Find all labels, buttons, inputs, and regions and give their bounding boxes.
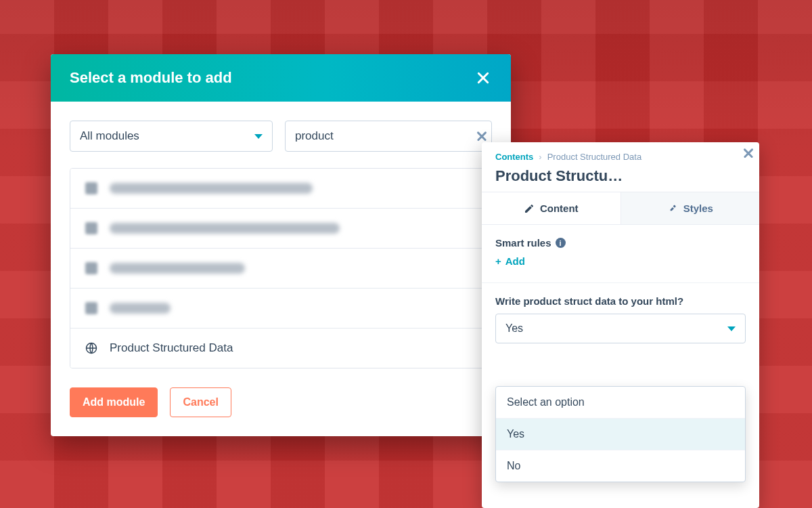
module-search[interactable] <box>285 121 492 152</box>
tab-content[interactable]: Content <box>482 192 621 225</box>
module-settings-panel: Contents › Product Structured Data Produ… <box>482 142 759 508</box>
button-label: Cancel <box>183 396 218 408</box>
blurred-label <box>110 223 340 234</box>
module-filter-select[interactable]: All modules <box>70 121 273 152</box>
select-module-modal: Select a module to add All modules <box>51 54 511 436</box>
dropdown-option-no[interactable]: No <box>496 450 745 482</box>
button-label: Add module <box>83 396 145 408</box>
chevron-down-icon <box>727 326 736 331</box>
module-icon <box>84 301 99 316</box>
blurred-label <box>110 183 313 194</box>
list-item[interactable] <box>70 289 491 329</box>
dropdown-option-yes[interactable]: Yes <box>496 418 745 450</box>
add-smart-rule-button[interactable]: + Add <box>495 255 525 267</box>
modal-footer: Add module Cancel <box>51 387 511 436</box>
search-input[interactable] <box>295 129 482 143</box>
modal-body: All modules <box>51 102 511 387</box>
module-icon <box>84 181 99 196</box>
list-item-product-structured-data[interactable]: Product Structured Data <box>70 329 491 368</box>
list-item[interactable] <box>70 249 491 289</box>
chevron-down-icon <box>254 134 263 139</box>
add-module-button[interactable]: Add module <box>70 387 158 417</box>
tab-styles[interactable]: Styles <box>621 192 760 225</box>
dropdown-value: Yes <box>505 322 523 335</box>
breadcrumb: Contents › Product Structured Data <box>495 152 746 162</box>
modal-header: Select a module to add <box>51 54 511 102</box>
brush-icon <box>667 203 678 214</box>
panel-header: Contents › Product Structured Data Produ… <box>482 142 759 192</box>
breadcrumb-root[interactable]: Contents <box>495 152 533 162</box>
write-struct-data-select[interactable]: Yes <box>495 314 746 343</box>
module-icon <box>84 261 99 276</box>
dropdown-option-placeholder[interactable]: Select an option <box>496 387 745 418</box>
list-item-label: Product Structured Data <box>110 341 233 355</box>
add-label: Add <box>505 255 525 267</box>
panel-tabs: Content Styles <box>482 192 759 225</box>
list-item[interactable] <box>70 209 491 249</box>
field-section: Write product struct data to your html? … <box>482 283 759 358</box>
globe-icon <box>84 341 99 356</box>
close-icon[interactable] <box>474 69 492 87</box>
tab-label: Styles <box>683 203 713 214</box>
list-item[interactable] <box>70 169 491 209</box>
section-title: Smart rules i <box>495 237 746 249</box>
pencil-icon <box>524 203 535 214</box>
controls-row: All modules <box>70 121 492 152</box>
blurred-label <box>110 303 171 314</box>
blurred-label <box>110 263 245 274</box>
info-icon[interactable]: i <box>556 238 566 248</box>
chevron-right-icon: › <box>539 152 541 162</box>
tab-label: Content <box>540 203 579 214</box>
cancel-button[interactable]: Cancel <box>170 387 231 417</box>
plus-icon: + <box>495 256 501 266</box>
smart-rules-section: Smart rules i + Add <box>482 225 759 283</box>
module-icon <box>84 221 99 236</box>
field-label: Write product struct data to your html? <box>495 295 746 307</box>
modal-title: Select a module to add <box>70 69 232 87</box>
module-filter-value: All modules <box>80 129 139 143</box>
panel-title: Product Structu… <box>495 167 746 185</box>
dropdown-menu: Select an option Yes No <box>495 386 746 482</box>
section-label: Smart rules <box>495 237 551 249</box>
breadcrumb-current: Product Structured Data <box>547 152 641 162</box>
module-list: Product Structured Data <box>70 168 492 368</box>
